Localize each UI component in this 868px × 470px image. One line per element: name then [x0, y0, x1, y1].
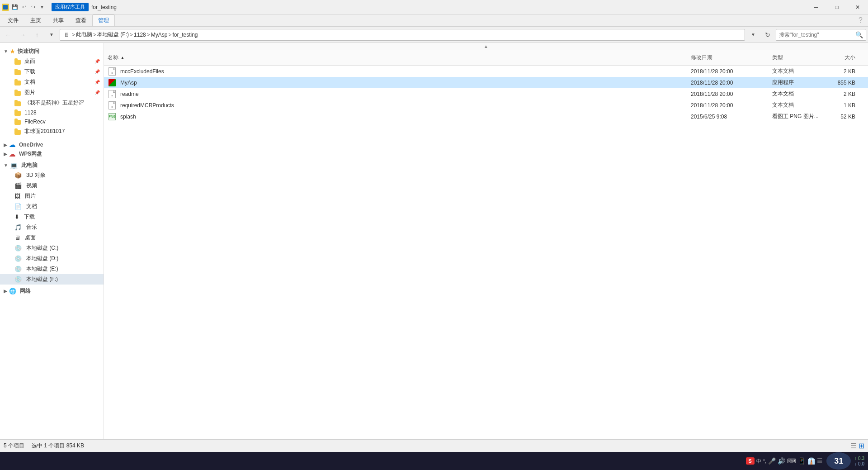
sidebar-onedrive[interactable]: ▶ ☁ OneDrive	[0, 140, 104, 149]
refresh-button[interactable]: ↻	[761, 28, 774, 41]
view-list-icon[interactable]: ☰	[850, 442, 857, 450]
path-myasp[interactable]: MyAsp	[151, 32, 168, 38]
address-path[interactable]: 🖥 > 此电脑 > 本地磁盘 (F:) > 1128 > MyAsp > for…	[60, 29, 745, 41]
sidebar-item-3d[interactable]: 📦 3D 对象	[0, 170, 104, 180]
keyboard-icon[interactable]: ⌨	[787, 457, 796, 465]
wps-icon: ☁	[9, 151, 15, 158]
file-row-3[interactable]: ≡ requiredMCRProducts 2018/11/28 20:00 文…	[104, 100, 868, 111]
taskbar: S 中 °, 🎤 🔊 ⌨ 📱 👔 ☰ 31 ↑ 0.3 ↓ 0.0	[0, 452, 868, 470]
path-drive[interactable]: 本地磁盘 (F:)	[97, 31, 129, 38]
address-dropdown-button[interactable]: ▼	[747, 28, 760, 41]
sidebar-item-pc-documents[interactable]: 📄 文档	[0, 201, 104, 212]
redo-quick-icon[interactable]: ↪	[29, 3, 37, 11]
sidebar-item-1128[interactable]: 1128	[0, 108, 104, 117]
sidebar-item-drive-c[interactable]: 💿 本地磁盘 (C:)	[0, 243, 104, 253]
tray-icon-1[interactable]: °,	[763, 458, 766, 464]
forward-button[interactable]: →	[16, 28, 29, 41]
search-icon[interactable]: 🔍	[855, 31, 863, 38]
file-row-4[interactable]: PNG splash 2015/6/25 9:08 看图王 PNG 图片... …	[104, 111, 868, 122]
sidebar-item-movie[interactable]: 《我不是药神》五星好评	[0, 98, 104, 108]
sidebar-label-drive-e: 本地磁盘 (E:)	[26, 265, 58, 273]
col-name-header[interactable]: 名称 ▲	[104, 52, 687, 63]
minimize-button[interactable]: ─	[806, 0, 826, 14]
file-size-2: 2 KB	[823, 90, 859, 98]
save-quick-icon[interactable]: 💾	[11, 3, 19, 11]
file-size-1: 855 KB	[823, 79, 859, 87]
menu-icon[interactable]: ☰	[817, 457, 823, 465]
file-name-1: MyAsp	[118, 79, 687, 87]
maximize-button[interactable]: □	[826, 0, 847, 14]
sidebar-item-pc-pictures[interactable]: 🖼 图片	[0, 191, 104, 201]
recent-locations-button[interactable]: ▼	[45, 28, 58, 41]
tab-file[interactable]: 文件	[2, 14, 24, 26]
file-row-1[interactable]: MyAsp 2018/11/28 20:00 应用程序 855 KB	[104, 77, 868, 88]
downloads-icon: ⬇	[14, 214, 19, 220]
sidebar-item-videos[interactable]: 🎬 视频	[0, 180, 104, 191]
sidebar-item-downloads[interactable]: 下载 📌	[0, 66, 104, 77]
path-1128[interactable]: 1128	[134, 32, 146, 38]
sidebar-item-filerecv[interactable]: FileRecv	[0, 117, 104, 126]
status-left: 5 个项目 选中 1 个项目 854 KB	[4, 442, 84, 450]
address-bar: ← → ↑ ▼ 🖥 > 此电脑 > 本地磁盘 (F:) > 1128 > MyA…	[0, 27, 868, 43]
close-button[interactable]: ✕	[847, 0, 868, 14]
tab-manage[interactable]: 管理	[92, 14, 115, 26]
ribbon-help-icon[interactable]: ?	[859, 16, 863, 24]
computer-icon: 💻	[10, 162, 18, 169]
col-type-header[interactable]: 类型	[769, 52, 823, 63]
3d-icon: 📦	[14, 172, 22, 179]
quick-access-arrow: ▼	[4, 49, 8, 54]
scroll-up-indicator[interactable]: ▲	[104, 43, 868, 50]
sidebar-label-fqm: 非球面20181017	[24, 128, 65, 135]
view-grid-icon[interactable]: ⊞	[859, 442, 864, 450]
col-date-header[interactable]: 修改日期	[687, 52, 769, 63]
mobile-icon[interactable]: 📱	[798, 457, 806, 465]
back-button[interactable]: ←	[2, 28, 14, 41]
clothes-icon[interactable]: 👔	[807, 457, 815, 465]
folder-icon-7	[14, 119, 22, 125]
sidebar-computer[interactable]: ▼ 💻 此电脑	[0, 161, 104, 170]
network-arrow: ▶	[4, 289, 7, 294]
empty-area[interactable]	[104, 122, 868, 439]
dropdown-quick-icon[interactable]: ▼	[38, 3, 46, 11]
undo-quick-icon[interactable]: ↩	[20, 3, 28, 11]
clock-widget[interactable]: 31	[826, 452, 851, 470]
system-tray: S 中 °, 🎤 🔊 ⌨ 📱 👔 ☰ 31 ↑ 0.3 ↓ 0.0	[746, 452, 865, 470]
search-input[interactable]	[779, 32, 854, 38]
file-list-header: 名称 ▲ 修改日期 类型 大小	[104, 50, 868, 66]
path-for-testing[interactable]: for_testing	[172, 32, 198, 38]
volume-icon[interactable]: 🔊	[778, 457, 785, 465]
up-button[interactable]: ↑	[31, 28, 43, 41]
app-tools-tab[interactable]: 应用程序工具	[52, 3, 89, 11]
file-row-0[interactable]: ≡ mccExcludedFiles 2018/11/28 20:00 文本文档…	[104, 66, 868, 77]
tab-share[interactable]: 共享	[47, 14, 70, 26]
sidebar-item-pc-desktop[interactable]: 🖥 桌面	[0, 233, 104, 243]
path-computer[interactable]: 此电脑	[76, 31, 92, 38]
file-date-4: 2015/6/25 9:08	[687, 113, 769, 121]
col-size-header[interactable]: 大小	[823, 52, 859, 63]
sogou-input-icon[interactable]: S	[746, 457, 755, 465]
search-box[interactable]: 🔍	[776, 29, 866, 41]
tab-view[interactable]: 查看	[70, 14, 92, 26]
sidebar-label-movie: 《我不是药神》五星好评	[24, 99, 84, 107]
sidebar-label-documents: 文档	[24, 78, 35, 86]
sidebar-item-drive-f[interactable]: 💿 本地磁盘 (F:)	[0, 274, 104, 285]
tab-home[interactable]: 主页	[24, 14, 47, 26]
sidebar-item-desktop[interactable]: 桌面 📌	[0, 56, 104, 66]
sidebar-item-fqm[interactable]: 非球面20181017	[0, 126, 104, 137]
onedrive-icon: ☁	[9, 141, 15, 148]
sidebar-quick-access[interactable]: ▼ ★ 快速访问	[0, 47, 104, 56]
file-icon-1	[108, 78, 117, 87]
file-row-2[interactable]: ≡ readme 2018/11/28 20:00 文本文档 2 KB	[104, 88, 868, 100]
sidebar-item-drive-d[interactable]: 💿 本地磁盘 (D:)	[0, 253, 104, 264]
sidebar-network[interactable]: ▶ 🌐 网络	[0, 286, 104, 296]
sidebar-label-downloads: 下载	[24, 68, 35, 76]
sidebar-wps[interactable]: ▶ ☁ WPS网盘	[0, 149, 104, 159]
sidebar-item-pictures[interactable]: 图片 📌	[0, 87, 104, 98]
sidebar-item-drive-e[interactable]: 💿 本地磁盘 (E:)	[0, 264, 104, 274]
sidebar-item-music[interactable]: 🎵 音乐	[0, 222, 104, 233]
mic-icon[interactable]: 🎤	[768, 457, 776, 465]
file-date-3: 2018/11/28 20:00	[687, 101, 769, 109]
txt-file-icon: ≡	[108, 67, 116, 76]
sidebar-item-pc-downloads[interactable]: ⬇ 下载	[0, 212, 104, 222]
sidebar-item-documents[interactable]: 文档 📌	[0, 77, 104, 87]
